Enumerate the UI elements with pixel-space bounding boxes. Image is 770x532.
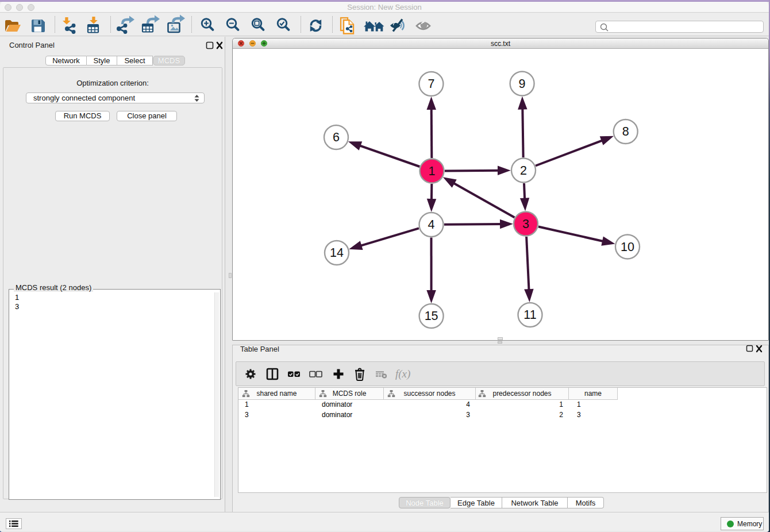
svg-text:f(x): f(x) xyxy=(395,368,410,380)
svg-text:11: 11 xyxy=(523,308,536,322)
svg-text:15: 15 xyxy=(425,309,438,323)
svg-text:4: 4 xyxy=(428,218,435,232)
svg-text:10: 10 xyxy=(621,240,634,254)
svg-text:7: 7 xyxy=(428,77,434,91)
svg-text:9: 9 xyxy=(519,77,526,91)
svg-text:8: 8 xyxy=(622,125,629,138)
svg-text:2: 2 xyxy=(520,164,527,178)
svg-text:1: 1 xyxy=(429,164,436,178)
svg-text:14: 14 xyxy=(330,246,344,260)
svg-text:6: 6 xyxy=(333,130,340,144)
svg-text:3: 3 xyxy=(522,217,529,231)
